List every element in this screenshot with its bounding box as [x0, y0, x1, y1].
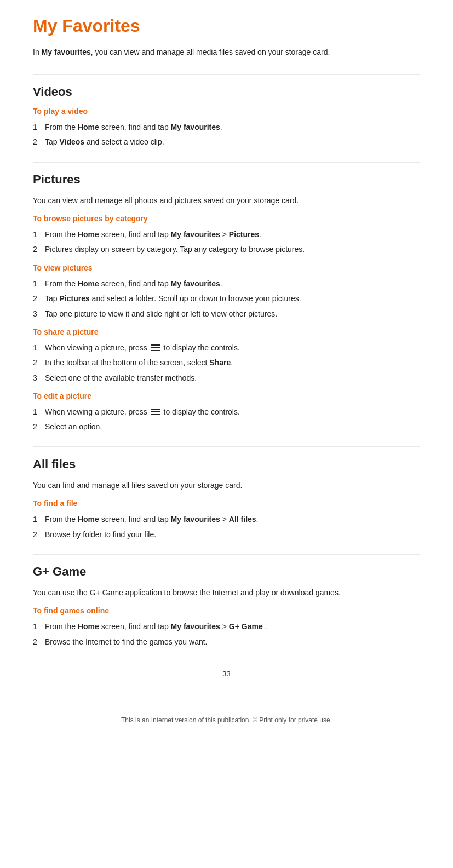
step-number: 1 [33, 513, 45, 525]
section-description-all-files: You can find and manage all files saved … [33, 479, 420, 491]
step-text: Tap one picture to view it and slide rig… [45, 308, 420, 320]
section-description-pictures: You can view and manage all photos and p… [33, 194, 420, 206]
page-number: 33 [33, 670, 420, 678]
intro-paragraph: In My favourites, you can view and manag… [33, 46, 420, 58]
step-item: 1 When viewing a picture, press to displ… [33, 406, 420, 418]
page-title: My Favorites [33, 15, 420, 36]
section-heading-pictures: Pictures [33, 162, 420, 187]
step-item: 2 In the toolbar at the bottom of the sc… [33, 357, 420, 369]
step-text: When viewing a picture, press to display… [45, 406, 420, 418]
step-number: 2 [33, 243, 45, 255]
step-item: 2 Tap Videos and select a video clip. [33, 136, 420, 148]
step-number: 1 [33, 342, 45, 354]
step-number: 2 [33, 421, 45, 433]
step-text: In the toolbar at the bottom of the scre… [45, 357, 420, 369]
subsection-find-games-online: To find games online 1 From the Home scr… [33, 606, 420, 648]
step-number: 1 [33, 406, 45, 418]
section-all-files: All files You can find and manage all fi… [33, 446, 420, 541]
step-number: 1 [33, 228, 45, 240]
step-number: 2 [33, 136, 45, 148]
section-heading-videos: Videos [33, 74, 420, 99]
step-item: 2 Browse the Internet to find the games … [33, 636, 420, 648]
subsection-heading-view-pictures: To view pictures [33, 263, 420, 272]
step-number: 2 [33, 528, 45, 541]
step-number: 2 [33, 636, 45, 648]
subsection-heading-play-a-video: To play a video [33, 107, 420, 116]
section-heading-all-files: All files [33, 446, 420, 472]
steps-list-browse-pictures: 1 From the Home screen, find and tap My … [33, 228, 420, 256]
steps-list-view-pictures: 1 From the Home screen, find and tap My … [33, 278, 420, 320]
step-text: From the Home screen, find and tap My fa… [45, 121, 420, 133]
steps-list-find-games-online: 1 From the Home screen, find and tap My … [33, 620, 420, 648]
subsection-heading-find-games-online: To find games online [33, 606, 420, 615]
step-text: From the Home screen, find and tap My fa… [45, 228, 420, 240]
section-heading-g-plus-game: G+ Game [33, 554, 420, 579]
step-item: 1 From the Home screen, find and tap My … [33, 620, 420, 633]
step-number: 3 [33, 372, 45, 384]
section-g-plus-game: G+ Game You can use the G+ Game applicat… [33, 554, 420, 648]
subsection-edit-picture: To edit a picture 1 When viewing a pictu… [33, 392, 420, 433]
step-item: 2 Select an option. [33, 421, 420, 433]
step-number: 3 [33, 308, 45, 320]
step-text: Tap Pictures and select a folder. Scroll… [45, 292, 420, 304]
steps-list-edit-picture: 1 When viewing a picture, press to displ… [33, 406, 420, 433]
step-item: 1 From the Home screen, find and tap My … [33, 121, 420, 133]
footer-text: This is an Internet version of this publ… [33, 711, 420, 724]
step-item: 1 From the Home screen, find and tap My … [33, 228, 420, 240]
step-text: Select one of the available transfer met… [45, 372, 420, 384]
step-item: 3 Tap one picture to view it and slide r… [33, 308, 420, 320]
subsection-browse-pictures: To browse pictures by category 1 From th… [33, 214, 420, 256]
step-text: Pictures display on screen by category. … [45, 243, 420, 255]
subsection-play-a-video: To play a video 1 From the Home screen, … [33, 107, 420, 148]
steps-list-share-picture: 1 When viewing a picture, press to displ… [33, 342, 420, 384]
step-text: From the Home screen, find and tap My fa… [45, 278, 420, 290]
step-number: 2 [33, 292, 45, 304]
step-number: 1 [33, 278, 45, 290]
step-text: From the Home screen, find and tap My fa… [45, 513, 420, 525]
step-item: 1 When viewing a picture, press to displ… [33, 342, 420, 354]
subsection-heading-share-picture: To share a picture [33, 327, 420, 336]
step-number: 2 [33, 357, 45, 369]
steps-list-play-a-video: 1 From the Home screen, find and tap My … [33, 121, 420, 148]
step-item: 1 From the Home screen, find and tap My … [33, 513, 420, 525]
subsection-view-pictures: To view pictures 1 From the Home screen,… [33, 263, 420, 320]
step-text: From the Home screen, find and tap My fa… [45, 620, 420, 633]
subsection-share-picture: To share a picture 1 When viewing a pict… [33, 327, 420, 384]
step-item: 1 From the Home screen, find and tap My … [33, 278, 420, 290]
step-item: 3 Select one of the available transfer m… [33, 372, 420, 384]
step-text: Select an option. [45, 421, 420, 433]
step-number: 1 [33, 620, 45, 633]
sections-container: Videos To play a video 1 From the Home s… [33, 74, 420, 648]
subsection-find-a-file: To find a file 1 From the Home screen, f… [33, 499, 420, 541]
section-pictures: Pictures You can view and manage all pho… [33, 162, 420, 433]
subsection-heading-edit-picture: To edit a picture [33, 392, 420, 400]
step-item: 2 Tap Pictures and select a folder. Scro… [33, 292, 420, 304]
step-text: Browse by folder to find your file. [45, 528, 420, 541]
step-number: 1 [33, 121, 45, 133]
step-item: 2 Browse by folder to find your file. [33, 528, 420, 541]
section-description-g-plus-game: You can use the G+ Game application to b… [33, 587, 420, 599]
steps-list-find-a-file: 1 From the Home screen, find and tap My … [33, 513, 420, 541]
step-text: Tap Videos and select a video clip. [45, 136, 420, 148]
menu-icon [151, 344, 160, 352]
menu-icon [151, 409, 160, 416]
section-videos: Videos To play a video 1 From the Home s… [33, 74, 420, 148]
subsection-heading-browse-pictures: To browse pictures by category [33, 214, 420, 223]
subsection-heading-find-a-file: To find a file [33, 499, 420, 508]
step-text: Browse the Internet to find the games yo… [45, 636, 420, 648]
step-text: When viewing a picture, press to display… [45, 342, 420, 354]
step-item: 2 Pictures display on screen by category… [33, 243, 420, 255]
